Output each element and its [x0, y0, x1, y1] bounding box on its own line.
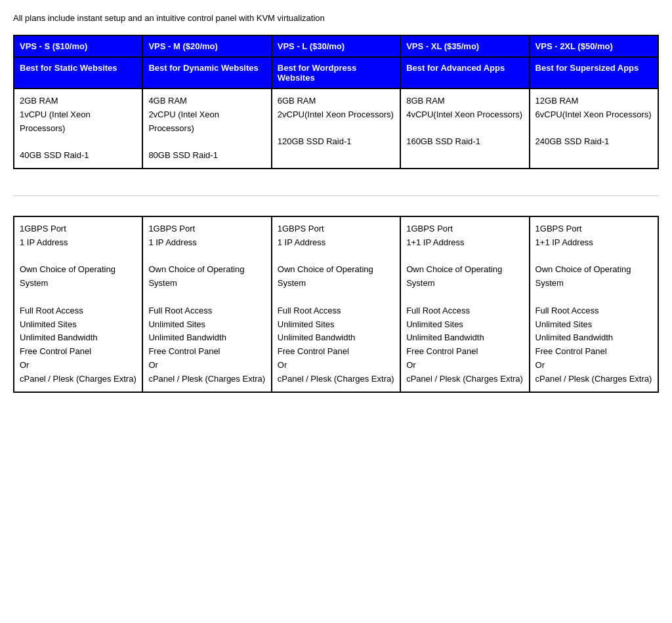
ssd-vps-l: 120GB SSD Raid-1 — [278, 136, 352, 146]
cpu-vps-xl: 4vCPU(Intel Xeon Processors) — [406, 110, 522, 119]
plan-header-row: VPS - S ($10/mo) VPS - M ($20/mo) VPS - … — [14, 35, 658, 57]
ram-vps-l: 6GB RAM — [278, 96, 316, 106]
pricing-table: VPS - S ($10/mo) VPS - M ($20/mo) VPS - … — [13, 35, 659, 169]
sites-vps-2xl: Unlimited Sites — [536, 319, 593, 329]
plan-tag-vps-m: Best for Dynamic Websites — [142, 57, 271, 89]
features-row: 1GBPS Port 1 IP Address Own Choice of Op… — [14, 216, 658, 392]
port-vps-m: 1GBPS Port — [148, 224, 195, 233]
sites-vps-m: Unlimited Sites — [148, 319, 205, 329]
plan-specs-vps-xl: 8GB RAM 4vCPU(Intel Xeon Processors) 160… — [400, 89, 529, 169]
plan-header-vps-2xl: VPS - 2XL ($50/mo) — [530, 35, 658, 57]
features-vps-l: 1GBPS Port 1 IP Address Own Choice of Op… — [272, 216, 400, 392]
features-table: 1GBPS Port 1 IP Address Own Choice of Op… — [13, 216, 659, 393]
access-vps-m: Full Root Access — [148, 306, 212, 315]
ip-vps-m: 1 IP Address — [148, 237, 196, 247]
cpu-vps-s: 1vCPU (Intel Xeon Processors) — [20, 110, 91, 133]
access-vps-l: Full Root Access — [278, 306, 341, 315]
or-vps-xl: Or — [406, 360, 415, 370]
plan-header-vps-l: VPS - L ($30/mo) — [272, 35, 400, 57]
os-vps-xl: Own Choice of Operating System — [406, 264, 502, 288]
plan-tag-vps-s: Best for Static Websites — [14, 57, 142, 89]
panel-vps-xl: Free Control Panel — [406, 346, 478, 356]
plan-specs-vps-l: 6GB RAM 2vCPU(Intel Xeon Processors) 120… — [272, 89, 400, 169]
cpanel-vps-xl: cPanel / Plesk (Charges Extra) — [406, 374, 523, 384]
bandwidth-vps-l: Unlimited Bandwidth — [278, 332, 356, 342]
or-vps-s: Or — [20, 360, 29, 370]
cpu-vps-l: 2vCPU(Intel Xeon Processors) — [278, 110, 394, 119]
plan-header-vps-m: VPS - M ($20/mo) — [142, 35, 271, 57]
features-vps-xl: 1GBPS Port 1+1 IP Address Own Choice of … — [400, 216, 529, 392]
or-vps-2xl: Or — [536, 360, 545, 370]
ram-vps-2xl: 12GB RAM — [536, 96, 579, 106]
sites-vps-l: Unlimited Sites — [278, 319, 335, 329]
ip-vps-s: 1 IP Address — [20, 237, 68, 247]
panel-vps-2xl: Free Control Panel — [536, 346, 607, 356]
bandwidth-vps-m: Unlimited Bandwidth — [148, 332, 226, 342]
ssd-vps-xl: 160GB SSD Raid-1 — [406, 136, 480, 146]
port-vps-l: 1GBPS Port — [278, 224, 324, 233]
plan-tag-vps-2xl: Best for Supersized Apps — [530, 57, 658, 89]
access-vps-s: Full Root Access — [20, 306, 83, 315]
intro-text: All plans include instant setup and an i… — [13, 13, 659, 23]
ip-vps-xl: 1+1 IP Address — [406, 237, 464, 247]
bandwidth-vps-s: Unlimited Bandwidth — [20, 332, 98, 342]
panel-vps-l: Free Control Panel — [278, 346, 349, 356]
plan-tag-vps-xl: Best for Advanced Apps — [400, 57, 529, 89]
cpu-vps-2xl: 6vCPU(Intel Xeon Processors) — [536, 110, 652, 119]
access-vps-xl: Full Root Access — [406, 306, 470, 315]
features-vps-2xl: 1GBPS Port 1+1 IP Address Own Choice of … — [530, 216, 658, 392]
panel-vps-m: Free Control Panel — [148, 346, 220, 356]
ssd-vps-m: 80GB SSD Raid-1 — [148, 150, 218, 160]
port-vps-s: 1GBPS Port — [20, 224, 66, 233]
plan-tag-row: Best for Static Websites Best for Dynami… — [14, 57, 658, 89]
features-vps-s: 1GBPS Port 1 IP Address Own Choice of Op… — [14, 216, 142, 392]
sites-vps-s: Unlimited Sites — [20, 319, 77, 329]
plan-header-vps-xl: VPS - XL ($35/mo) — [400, 35, 529, 57]
os-vps-m: Own Choice of Operating System — [148, 264, 244, 288]
os-vps-2xl: Own Choice of Operating System — [536, 264, 631, 288]
os-vps-l: Own Choice of Operating System — [278, 264, 373, 288]
cpanel-vps-2xl: cPanel / Plesk (Charges Extra) — [536, 374, 652, 384]
or-vps-m: Or — [148, 360, 158, 370]
bandwidth-vps-2xl: Unlimited Bandwidth — [536, 332, 614, 342]
plan-header-vps-s: VPS - S ($10/mo) — [14, 35, 142, 57]
plan-specs-vps-s: 2GB RAM 1vCPU (Intel Xeon Processors) 40… — [14, 89, 142, 169]
sites-vps-xl: Unlimited Sites — [406, 319, 463, 329]
ssd-vps-s: 40GB SSD Raid-1 — [20, 150, 89, 160]
ssd-vps-2xl: 240GB SSD Raid-1 — [536, 136, 610, 146]
os-vps-s: Own Choice of Operating System — [20, 264, 116, 288]
plan-specs-vps-2xl: 12GB RAM 6vCPU(Intel Xeon Processors) 24… — [530, 89, 658, 169]
port-vps-2xl: 1GBPS Port — [536, 224, 582, 233]
ip-vps-l: 1 IP Address — [278, 237, 326, 247]
or-vps-l: Or — [278, 360, 287, 370]
plan-specs-vps-m: 4GB RAM 2vCPU (Intel Xeon Processors) 80… — [142, 89, 271, 169]
ram-vps-m: 4GB RAM — [148, 96, 187, 106]
ip-vps-2xl: 1+1 IP Address — [536, 237, 593, 247]
cpu-vps-m: 2vCPU (Intel Xeon Processors) — [148, 110, 219, 133]
ram-vps-xl: 8GB RAM — [406, 96, 445, 106]
access-vps-2xl: Full Root Access — [536, 306, 599, 315]
plan-specs-row: 2GB RAM 1vCPU (Intel Xeon Processors) 40… — [14, 89, 658, 169]
bandwidth-vps-xl: Unlimited Bandwidth — [406, 332, 484, 342]
features-vps-m: 1GBPS Port 1 IP Address Own Choice of Op… — [142, 216, 271, 392]
cpanel-vps-s: cPanel / Plesk (Charges Extra) — [20, 374, 136, 384]
ram-vps-s: 2GB RAM — [20, 96, 58, 106]
plan-tag-vps-l: Best for Wordpress Websites — [272, 57, 400, 89]
section-divider — [13, 195, 659, 196]
port-vps-xl: 1GBPS Port — [406, 224, 453, 233]
cpanel-vps-m: cPanel / Plesk (Charges Extra) — [148, 374, 265, 384]
panel-vps-s: Free Control Panel — [20, 346, 91, 356]
cpanel-vps-l: cPanel / Plesk (Charges Extra) — [278, 374, 394, 384]
